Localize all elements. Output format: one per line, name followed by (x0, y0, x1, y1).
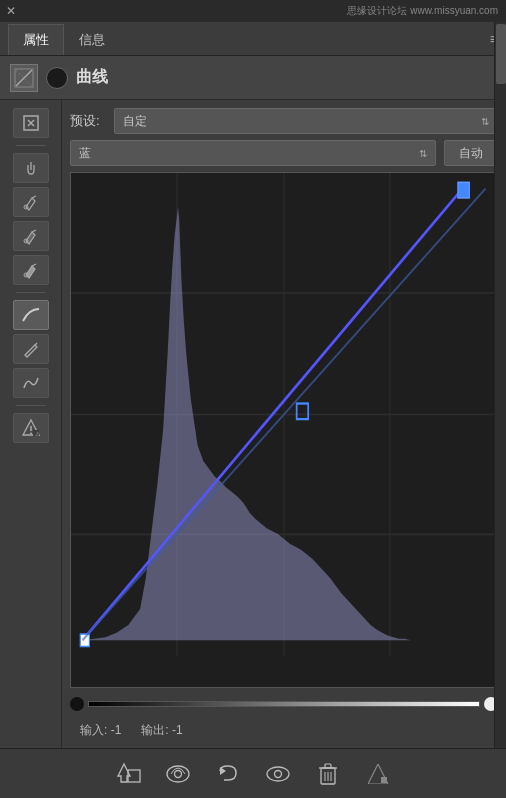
select-tool-icon (22, 114, 40, 132)
channel-row: 蓝 ⇅ 自动 (70, 140, 498, 166)
tool-warning[interactable]: ⚠ (13, 413, 49, 443)
gradient-slider[interactable] (70, 694, 498, 714)
bottom-undo-btn[interactable] (211, 759, 245, 789)
layer-thumbnail (46, 67, 68, 89)
corner-icon (368, 764, 388, 784)
svg-rect-46 (381, 777, 387, 783)
channel-value: 蓝 (79, 145, 91, 162)
bottom-corner-btn[interactable] (361, 759, 395, 789)
bottom-trash-btn[interactable] (311, 759, 345, 789)
panel-icon (10, 64, 38, 92)
svg-line-7 (32, 196, 36, 198)
eyedropper3-icon (22, 261, 40, 279)
left-toolbar: ⚠ (0, 100, 62, 748)
eyedropper1-icon (22, 193, 40, 211)
tab-info[interactable]: 信息 (64, 24, 120, 55)
auto-button[interactable]: 自动 (444, 140, 498, 166)
preset-row: 预设: 自定 ⇅ (70, 108, 498, 134)
tool-smooth[interactable] (13, 368, 49, 398)
svg-rect-30 (458, 182, 470, 198)
svg-line-9 (32, 230, 36, 232)
preset-value: 自定 (123, 113, 147, 130)
slider-track (88, 701, 480, 707)
tool-hand[interactable] (13, 153, 49, 183)
curves-adjustment-icon (14, 68, 34, 88)
tool-curve[interactable] (13, 300, 49, 330)
bottom-eye-circle-btn[interactable] (161, 759, 195, 789)
separator (16, 145, 46, 146)
svg-rect-41 (325, 764, 331, 768)
eye-icon (265, 763, 291, 785)
output-value: 输出: -1 (141, 722, 182, 739)
close-icon[interactable]: ✕ (6, 4, 16, 18)
right-panel: 预设: 自定 ⇅ 蓝 ⇅ 自动 (62, 100, 506, 748)
bottom-pointer-btn[interactable] (111, 759, 145, 789)
preset-arrows: ⇅ (481, 116, 489, 127)
preset-select[interactable]: 自定 ⇅ (114, 108, 498, 134)
io-row: 输入: -1 输出: -1 (70, 720, 498, 740)
preset-label: 预设: (70, 112, 106, 130)
svg-point-38 (275, 770, 282, 777)
tool-eyedropper3[interactable] (13, 255, 49, 285)
title-bar: ✕ 思缘设计论坛 www.missyuan.com (0, 0, 506, 22)
channel-select[interactable]: 蓝 ⇅ (70, 140, 436, 166)
svg-marker-36 (220, 767, 226, 775)
main-content: ⚠ 预设: 自定 ⇅ 蓝 ⇅ 自动 (0, 100, 506, 748)
bottom-eye-btn[interactable] (261, 759, 295, 789)
svg-rect-29 (80, 634, 89, 646)
black-point-slider[interactable] (70, 697, 84, 711)
tab-bar: 属性 信息 ≡ (0, 22, 506, 56)
hand-tool-icon (22, 159, 40, 177)
tool-eyedropper1[interactable] (13, 187, 49, 217)
eye-circle-icon (165, 763, 191, 785)
tool-pencil[interactable] (13, 334, 49, 364)
panel-title: 曲线 (76, 67, 108, 88)
curve-tool-icon (21, 305, 41, 325)
scrollbar-thumb[interactable] (496, 24, 506, 84)
svg-point-35 (175, 770, 182, 777)
tool-eyedropper2[interactable] (13, 221, 49, 251)
svg-line-11 (32, 264, 36, 266)
input-value: 输入: -1 (80, 722, 121, 739)
tool-select[interactable] (13, 108, 49, 138)
smooth-icon (22, 374, 40, 392)
trash-icon (317, 762, 339, 786)
svg-text:⚠: ⚠ (35, 431, 41, 437)
undo-icon (216, 763, 240, 785)
pencil-icon (22, 340, 40, 358)
separator3 (16, 405, 46, 406)
svg-point-37 (267, 767, 289, 781)
svg-line-0 (16, 70, 32, 86)
pointer-square-icon (114, 762, 142, 786)
curve-svg (71, 173, 497, 687)
bottom-toolbar (0, 748, 506, 798)
separator2 (16, 292, 46, 293)
panel-header: 曲线 (0, 56, 506, 100)
scrollbar[interactable] (494, 22, 506, 748)
logo-text: 思缘设计论坛 www.missyuan.com (347, 4, 498, 18)
eyedropper2-icon (22, 227, 40, 245)
tab-properties[interactable]: 属性 (8, 24, 64, 55)
warning-icon: ⚠ (21, 418, 41, 438)
svg-point-15 (30, 433, 32, 435)
curve-graph[interactable] (70, 172, 498, 688)
svg-line-12 (35, 343, 37, 345)
channel-arrows: ⇅ (419, 148, 427, 159)
